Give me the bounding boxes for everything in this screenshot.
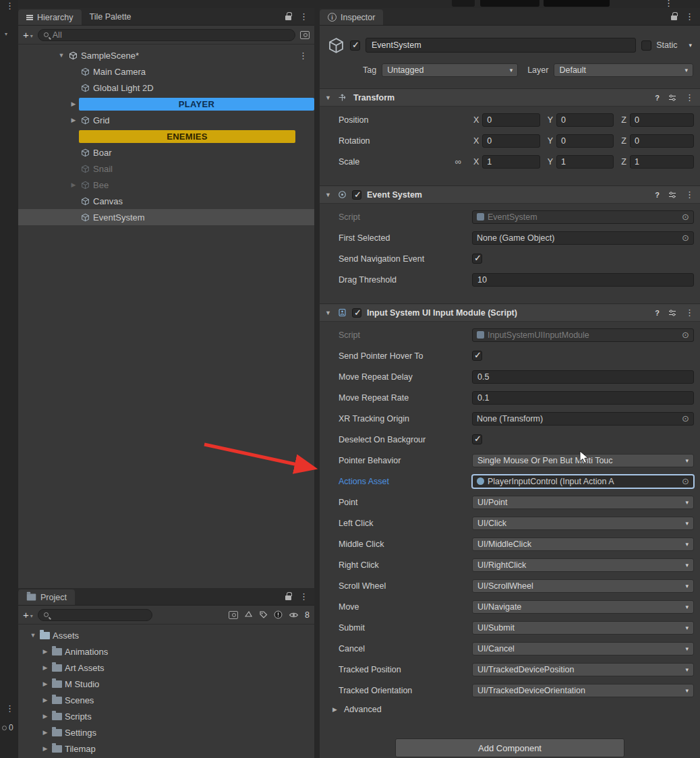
- project-search-input[interactable]: [38, 609, 152, 621]
- foldout-closed-icon[interactable]: ▶: [68, 117, 79, 123]
- send-pointer-hover-to-checkbox[interactable]: [472, 351, 482, 361]
- label-tag-icon[interactable]: [259, 610, 268, 619]
- middle-click-dropdown[interactable]: UI/MiddleClick▾: [472, 537, 694, 551]
- move-repeat-delay-field[interactable]: 0.5: [472, 370, 694, 384]
- kebab-menu-icon[interactable]: ⋮: [5, 704, 14, 713]
- hierarchy-search-input[interactable]: All: [38, 29, 295, 41]
- presets-icon[interactable]: [668, 309, 676, 317]
- object-picker-icon[interactable]: ⊙: [682, 212, 689, 222]
- layer-dropdown[interactable]: Default ▾: [554, 63, 693, 77]
- send-navigation-event-checkbox[interactable]: [472, 254, 482, 264]
- xr-tracking-origin-object-field[interactable]: None (Transform)⊙: [472, 412, 694, 426]
- presets-icon[interactable]: [668, 191, 676, 199]
- scale-x-field[interactable]: 1: [482, 155, 539, 169]
- component-enabled-checkbox[interactable]: [352, 308, 361, 318]
- component-enabled-checkbox[interactable]: [352, 190, 361, 200]
- foldout-open-icon[interactable]: ▼: [324, 94, 332, 101]
- tab-tile-palette[interactable]: Tile Palette: [82, 8, 140, 25]
- foldout-closed-icon[interactable]: ▶: [40, 648, 51, 655]
- active-checkbox[interactable]: [350, 40, 360, 51]
- tag-dropdown[interactable]: Untagged ▾: [382, 63, 518, 77]
- project-folder-art-assets[interactable]: ▶Art Assets: [18, 660, 314, 676]
- scene-picking-icon[interactable]: [300, 31, 310, 39]
- lock-icon[interactable]: [285, 595, 291, 600]
- hierarchy-item-boar[interactable]: Boar: [18, 144, 314, 161]
- alert-icon[interactable]: [274, 610, 283, 619]
- hierarchy-item-enemies[interactable]: ENEMIES: [18, 128, 314, 144]
- hierarchy-item-main-camera[interactable]: Main Camera: [18, 63, 314, 80]
- event-system-section-header[interactable]: ▼ Event System ? ⋮: [320, 185, 700, 204]
- hierarchy-item-bee[interactable]: ▶Bee: [18, 177, 314, 193]
- tab-hierarchy[interactable]: Hierarchy: [18, 9, 82, 25]
- hierarchy-item-player[interactable]: ▶PLAYER: [18, 96, 314, 112]
- kebab-menu-icon[interactable]: ⋮: [299, 592, 308, 601]
- move-repeat-rate-field[interactable]: 0.1: [472, 391, 694, 405]
- rotation-y-field[interactable]: 0: [556, 134, 614, 148]
- kebab-menu-icon[interactable]: ⋮: [685, 308, 694, 317]
- tab-project[interactable]: Project: [18, 589, 75, 605]
- transform-section-header[interactable]: ▼ Transform ? ⋮: [320, 88, 700, 107]
- foldout-closed-icon[interactable]: ▶: [40, 745, 51, 752]
- move-dropdown[interactable]: UI/Navigate▾: [472, 600, 694, 614]
- object-picker-icon[interactable]: ⊙: [682, 476, 689, 486]
- static-dropdown-icon[interactable]: ▾: [689, 42, 692, 49]
- deselect-on-backgrour-checkbox[interactable]: [472, 434, 482, 444]
- drag-threshold-field[interactable]: 10: [472, 273, 694, 287]
- foldout-closed-icon[interactable]: ▶: [40, 697, 51, 703]
- advanced-foldout[interactable]: ▶ Advanced: [320, 701, 700, 718]
- foldout-open-icon[interactable]: ▼: [28, 632, 38, 639]
- left-click-dropdown[interactable]: UI/Click▾: [472, 517, 694, 530]
- actions-asset-object-field[interactable]: PlayerInputControl (Input Action A⊙: [472, 475, 694, 488]
- hierarchy-item-grid[interactable]: ▶Grid: [18, 112, 314, 128]
- kebab-menu-icon[interactable]: ⋮: [664, 0, 673, 7]
- foldout-closed-icon[interactable]: ▶: [68, 100, 79, 107]
- foldout-closed-icon[interactable]: ▶: [68, 181, 79, 188]
- object-name-field[interactable]: EventSystem: [366, 38, 636, 53]
- project-folder-assets[interactable]: ▼Assets: [18, 627, 314, 643]
- kebab-menu-icon[interactable]: ⋮: [685, 12, 694, 21]
- right-click-dropdown[interactable]: UI/RightClick▾: [472, 558, 694, 572]
- foldout-open-icon[interactable]: ▼: [56, 52, 67, 59]
- kebab-menu-icon[interactable]: ⋮: [685, 190, 694, 199]
- search-by-type-icon[interactable]: [229, 611, 238, 619]
- presets-icon[interactable]: [668, 94, 676, 102]
- tracked-orientation-dropdown[interactable]: UI/TrackedDeviceOrientation▾: [472, 684, 694, 697]
- rotation-z-field[interactable]: 0: [630, 134, 694, 148]
- first-selected-object-field[interactable]: None (Game Object)⊙: [472, 231, 694, 245]
- project-folder-scripts[interactable]: ▶Scripts: [18, 708, 314, 724]
- hierarchy-item-eventsystem[interactable]: EventSystem: [18, 209, 314, 225]
- foldout-open-icon[interactable]: ▼: [324, 192, 332, 198]
- asset-store-icon[interactable]: [244, 610, 253, 619]
- scroll-wheel-dropdown[interactable]: UI/ScrollWheel▾: [472, 579, 694, 593]
- project-folder-animations[interactable]: ▶Animations: [18, 643, 314, 660]
- cancel-dropdown[interactable]: UI/Cancel▾: [472, 642, 694, 655]
- create-object-button[interactable]: +▾: [23, 29, 33, 40]
- pointer-behavior-dropdown[interactable]: Single Mouse Or Pen But Multi Touc▾: [472, 454, 694, 467]
- chevron-down-icon[interactable]: ▾: [5, 31, 7, 37]
- hierarchy-item-global-light-2d[interactable]: Global Light 2D: [18, 80, 314, 96]
- script-object-field[interactable]: EventSystem⊙: [472, 210, 694, 224]
- foldout-open-icon[interactable]: ▼: [324, 310, 332, 316]
- point-dropdown[interactable]: UI/Point▾: [472, 496, 694, 509]
- project-folder-scenes[interactable]: ▶Scenes: [18, 692, 314, 708]
- object-picker-icon[interactable]: ⊙: [682, 330, 689, 340]
- hierarchy-item-samplescene[interactable]: ▼SampleScene*⋮: [18, 47, 314, 63]
- object-picker-icon[interactable]: ⊙: [682, 233, 689, 243]
- hierarchy-item-snail[interactable]: Snail: [18, 161, 314, 177]
- position-z-field[interactable]: 0: [630, 113, 694, 127]
- console-count-badge[interactable]: 0: [2, 723, 13, 732]
- kebab-menu-icon[interactable]: ⋮: [5, 1, 14, 10]
- position-y-field[interactable]: 0: [556, 113, 614, 127]
- project-folder-tilemap[interactable]: ▶Tilemap: [18, 740, 314, 757]
- position-x-field[interactable]: 0: [482, 113, 539, 127]
- lock-icon[interactable]: [671, 16, 677, 20]
- hidden-count-eye-icon[interactable]: [289, 611, 299, 619]
- script-object-field[interactable]: InputSystemUIInputModule⊙: [472, 328, 694, 342]
- help-icon[interactable]: ?: [655, 191, 660, 199]
- submit-dropdown[interactable]: UI/Submit▾: [472, 621, 694, 635]
- kebab-menu-icon[interactable]: ⋮: [685, 93, 694, 102]
- project-folder-settings[interactable]: ▶Settings: [18, 724, 314, 740]
- create-asset-button[interactable]: +▾: [23, 609, 33, 620]
- foldout-closed-icon[interactable]: ▶: [40, 729, 51, 736]
- input-module-section-header[interactable]: ▼ Input System UI Input Module (Script) …: [320, 303, 700, 322]
